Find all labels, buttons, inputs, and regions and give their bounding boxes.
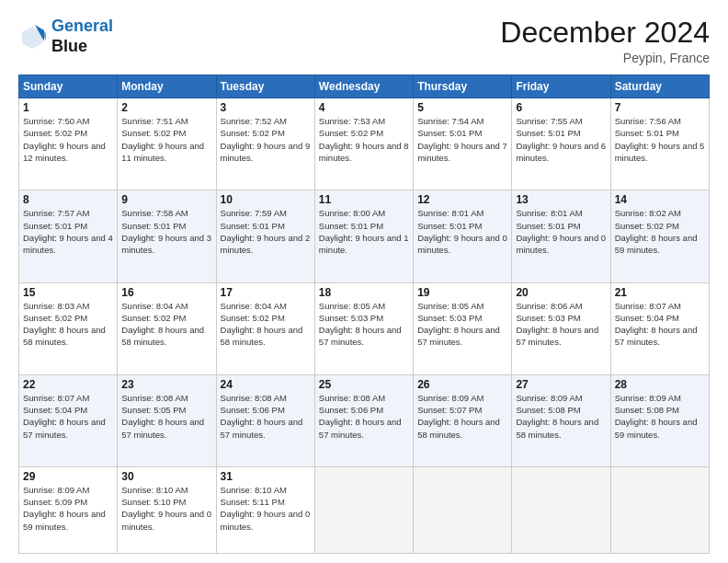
day-number: 27	[516, 378, 606, 391]
logo-text: General Blue	[51, 17, 113, 56]
table-row: 23 Sunrise: 8:08 AM Sunset: 5:05 PM Dayl…	[118, 374, 216, 466]
day-number: 29	[23, 470, 113, 483]
day-info: Sunrise: 8:00 AM Sunset: 5:01 PM Dayligh…	[319, 207, 409, 256]
calendar-table: Sunday Monday Tuesday Wednesday Thursday…	[18, 75, 710, 554]
logo: General Blue	[18, 17, 113, 56]
table-row: 26 Sunrise: 8:09 AM Sunset: 5:07 PM Dayl…	[414, 374, 512, 466]
day-number: 23	[121, 378, 211, 391]
day-info: Sunrise: 7:53 AM Sunset: 5:02 PM Dayligh…	[319, 115, 409, 164]
table-row: 30 Sunrise: 8:10 AM Sunset: 5:10 PM Dayl…	[118, 466, 216, 553]
day-info: Sunrise: 8:07 AM Sunset: 5:04 PM Dayligh…	[615, 300, 705, 349]
main-title: December 2024	[500, 17, 710, 49]
table-row: 4 Sunrise: 7:53 AM Sunset: 5:02 PM Dayli…	[314, 98, 413, 190]
day-number: 10	[221, 193, 311, 206]
table-row: 8 Sunrise: 7:57 AM Sunset: 5:01 PM Dayli…	[19, 190, 118, 282]
day-number: 21	[615, 286, 705, 299]
day-number: 1	[23, 101, 113, 114]
day-number: 17	[221, 286, 311, 299]
day-number: 24	[221, 378, 311, 391]
day-info: Sunrise: 7:59 AM Sunset: 5:01 PM Dayligh…	[221, 207, 311, 256]
table-row: 10 Sunrise: 7:59 AM Sunset: 5:01 PM Dayl…	[216, 190, 314, 282]
day-info: Sunrise: 8:05 AM Sunset: 5:03 PM Dayligh…	[319, 300, 409, 349]
day-number: 8	[23, 193, 113, 206]
day-number: 9	[121, 193, 211, 206]
table-row: 11 Sunrise: 8:00 AM Sunset: 5:01 PM Dayl…	[314, 190, 413, 282]
day-info: Sunrise: 8:06 AM Sunset: 5:03 PM Dayligh…	[516, 300, 606, 349]
day-number: 18	[319, 286, 409, 299]
day-info: Sunrise: 8:10 AM Sunset: 5:11 PM Dayligh…	[221, 484, 311, 533]
day-number: 14	[615, 193, 705, 206]
page: General Blue December 2024 Peypin, Franc…	[0, 0, 728, 563]
table-row: 19 Sunrise: 8:05 AM Sunset: 5:03 PM Dayl…	[414, 282, 512, 374]
day-number: 22	[23, 378, 113, 391]
table-row: 2 Sunrise: 7:51 AM Sunset: 5:02 PM Dayli…	[118, 98, 216, 190]
table-row: 31 Sunrise: 8:10 AM Sunset: 5:11 PM Dayl…	[216, 466, 314, 553]
day-number: 4	[319, 101, 409, 114]
table-row: 16 Sunrise: 8:04 AM Sunset: 5:02 PM Dayl…	[118, 282, 216, 374]
table-row: 5 Sunrise: 7:54 AM Sunset: 5:01 PM Dayli…	[414, 98, 512, 190]
day-info: Sunrise: 8:02 AM Sunset: 5:02 PM Dayligh…	[615, 207, 705, 256]
table-row: 20 Sunrise: 8:06 AM Sunset: 5:03 PM Dayl…	[512, 282, 610, 374]
day-info: Sunrise: 8:07 AM Sunset: 5:04 PM Dayligh…	[23, 392, 113, 441]
table-row: 18 Sunrise: 8:05 AM Sunset: 5:03 PM Dayl…	[314, 282, 413, 374]
table-row: 3 Sunrise: 7:52 AM Sunset: 5:02 PM Dayli…	[216, 98, 314, 190]
day-number: 28	[615, 378, 705, 391]
col-wednesday: Wednesday	[314, 75, 413, 98]
col-friday: Friday	[512, 75, 610, 98]
day-number: 2	[121, 101, 211, 114]
calendar-header-row: Sunday Monday Tuesday Wednesday Thursday…	[19, 75, 710, 98]
table-row: 21 Sunrise: 8:07 AM Sunset: 5:04 PM Dayl…	[610, 282, 709, 374]
day-number: 11	[319, 193, 409, 206]
col-sunday: Sunday	[19, 75, 118, 98]
day-number: 20	[516, 286, 606, 299]
table-row: 15 Sunrise: 8:03 AM Sunset: 5:02 PM Dayl…	[19, 282, 118, 374]
day-info: Sunrise: 8:08 AM Sunset: 5:06 PM Dayligh…	[319, 392, 409, 441]
title-block: December 2024 Peypin, France	[500, 17, 710, 65]
calendar-week-row: 29 Sunrise: 8:09 AM Sunset: 5:09 PM Dayl…	[19, 466, 710, 553]
day-info: Sunrise: 8:04 AM Sunset: 5:02 PM Dayligh…	[121, 300, 211, 349]
day-info: Sunrise: 8:03 AM Sunset: 5:02 PM Dayligh…	[23, 300, 113, 349]
day-info: Sunrise: 7:54 AM Sunset: 5:01 PM Dayligh…	[417, 115, 507, 164]
day-info: Sunrise: 7:56 AM Sunset: 5:01 PM Dayligh…	[615, 115, 705, 164]
table-row: 14 Sunrise: 8:02 AM Sunset: 5:02 PM Dayl…	[610, 190, 709, 282]
day-info: Sunrise: 7:51 AM Sunset: 5:02 PM Dayligh…	[121, 115, 211, 164]
table-row: 22 Sunrise: 8:07 AM Sunset: 5:04 PM Dayl…	[19, 374, 118, 466]
day-number: 31	[221, 470, 311, 483]
day-number: 13	[516, 193, 606, 206]
table-row	[414, 466, 512, 553]
day-number: 16	[121, 286, 211, 299]
day-info: Sunrise: 8:08 AM Sunset: 5:06 PM Dayligh…	[221, 392, 311, 441]
day-number: 7	[615, 101, 705, 114]
day-number: 3	[221, 101, 311, 114]
table-row: 28 Sunrise: 8:09 AM Sunset: 5:08 PM Dayl…	[610, 374, 709, 466]
calendar-week-row: 1 Sunrise: 7:50 AM Sunset: 5:02 PM Dayli…	[19, 98, 710, 190]
day-number: 19	[417, 286, 507, 299]
day-info: Sunrise: 8:01 AM Sunset: 5:01 PM Dayligh…	[417, 207, 507, 256]
header: General Blue December 2024 Peypin, Franc…	[18, 17, 710, 65]
day-info: Sunrise: 8:01 AM Sunset: 5:01 PM Dayligh…	[516, 207, 606, 256]
table-row: 29 Sunrise: 8:09 AM Sunset: 5:09 PM Dayl…	[19, 466, 118, 553]
day-number: 12	[417, 193, 507, 206]
subtitle: Peypin, France	[500, 51, 710, 65]
day-info: Sunrise: 7:55 AM Sunset: 5:01 PM Dayligh…	[516, 115, 606, 164]
table-row: 1 Sunrise: 7:50 AM Sunset: 5:02 PM Dayli…	[19, 98, 118, 190]
day-number: 6	[516, 101, 606, 114]
table-row	[314, 466, 413, 553]
day-info: Sunrise: 8:09 AM Sunset: 5:08 PM Dayligh…	[615, 392, 705, 441]
table-row: 24 Sunrise: 8:08 AM Sunset: 5:06 PM Dayl…	[216, 374, 314, 466]
table-row: 6 Sunrise: 7:55 AM Sunset: 5:01 PM Dayli…	[512, 98, 610, 190]
calendar-week-row: 15 Sunrise: 8:03 AM Sunset: 5:02 PM Dayl…	[19, 282, 710, 374]
table-row	[610, 466, 709, 553]
table-row	[512, 466, 610, 553]
table-row: 25 Sunrise: 8:08 AM Sunset: 5:06 PM Dayl…	[314, 374, 413, 466]
day-info: Sunrise: 7:50 AM Sunset: 5:02 PM Dayligh…	[23, 115, 113, 164]
day-info: Sunrise: 8:09 AM Sunset: 5:09 PM Dayligh…	[23, 484, 113, 533]
table-row: 27 Sunrise: 8:09 AM Sunset: 5:08 PM Dayl…	[512, 374, 610, 466]
table-row: 13 Sunrise: 8:01 AM Sunset: 5:01 PM Dayl…	[512, 190, 610, 282]
day-number: 15	[23, 286, 113, 299]
table-row: 9 Sunrise: 7:58 AM Sunset: 5:01 PM Dayli…	[118, 190, 216, 282]
col-thursday: Thursday	[414, 75, 512, 98]
table-row: 17 Sunrise: 8:04 AM Sunset: 5:02 PM Dayl…	[216, 282, 314, 374]
col-monday: Monday	[118, 75, 216, 98]
day-info: Sunrise: 7:57 AM Sunset: 5:01 PM Dayligh…	[23, 207, 113, 256]
